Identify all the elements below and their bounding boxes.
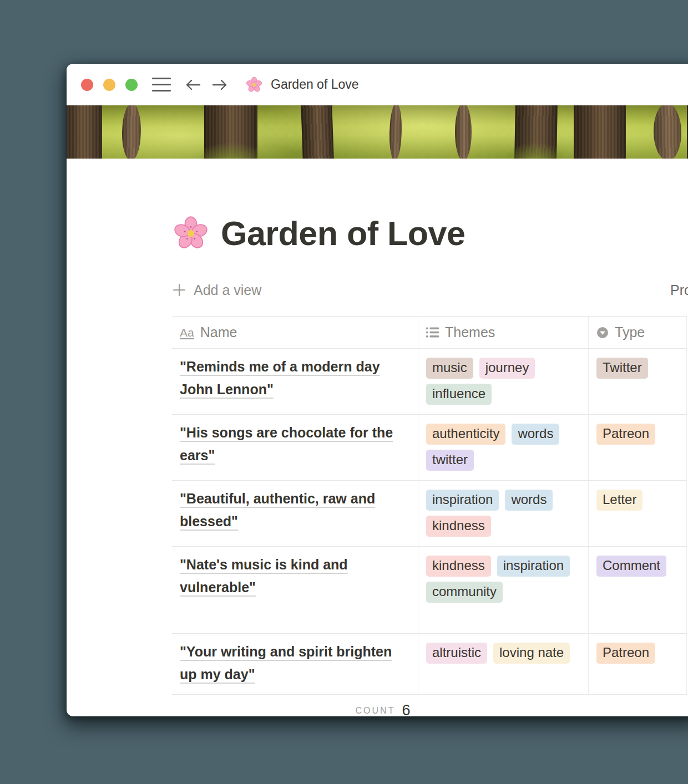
minimize-button[interactable] <box>103 79 115 91</box>
row-title: "Nate's music is kind and vulnerable" <box>180 557 348 595</box>
theme-tag: influence <box>426 384 492 405</box>
theme-tag: inspiration <box>497 556 570 577</box>
database-table: Aa Name Themes Type <box>172 316 687 716</box>
table-row: "Beautiful, authentic, raw and blessed" … <box>172 481 687 547</box>
name-cell[interactable]: "His songs are chocolate for the ears" <box>172 415 418 480</box>
titlebar: Garden of Love <box>67 64 688 105</box>
theme-tag: twitter <box>426 450 474 471</box>
type-tag: Twitter <box>596 358 648 379</box>
traffic-lights <box>81 79 138 91</box>
themes-cell[interactable]: music journey influence <box>418 349 588 414</box>
app-background: { "titlebar": { "emoji": "🌸", "title": "… <box>0 0 688 784</box>
tree-trunk <box>574 105 626 159</box>
table-header: Aa Name Themes Type <box>172 317 687 349</box>
themes-cell[interactable]: kindness inspiration community <box>418 547 588 633</box>
forward-arrow-icon <box>211 77 229 93</box>
count-label[interactable]: COUNT <box>356 706 396 716</box>
theme-tag: words <box>512 424 559 445</box>
table-footer: COUNT 6 <box>67 695 688 716</box>
menu-icon[interactable] <box>152 78 171 92</box>
zoom-button[interactable] <box>125 79 138 91</box>
back-button[interactable] <box>184 77 202 93</box>
type-tag: Letter <box>596 490 643 511</box>
tree-trunk <box>653 105 682 159</box>
column-header-type[interactable]: Type <box>588 317 687 348</box>
name-cell[interactable]: "Your writing and spirit brighten up my … <box>172 634 418 694</box>
cover-image <box>67 105 688 159</box>
type-tag: Patreon <box>596 424 655 445</box>
theme-tag: loving nate <box>493 643 570 664</box>
page-header: Garden of Love <box>172 214 688 253</box>
theme-tag: words <box>505 490 553 511</box>
column-label-themes: Themes <box>445 324 495 340</box>
themes-cell[interactable]: altruistic loving nate <box>418 634 588 694</box>
page-content: Garden of Love Add a view Properties Aa … <box>67 214 688 716</box>
type-tag: Comment <box>596 556 666 577</box>
table-row: "Your writing and spirit brighten up my … <box>172 634 687 695</box>
tree-trunk <box>67 105 102 159</box>
add-view-button[interactable]: Add a view <box>172 282 261 298</box>
table-row: "Reminds me of a modern day John Lennon"… <box>172 349 687 415</box>
table-row: "His songs are chocolate for the ears" a… <box>172 415 687 481</box>
cherry-blossom-icon <box>245 76 263 94</box>
multiselect-property-icon <box>426 327 439 338</box>
row-title: "Beautiful, authentic, raw and blessed" <box>180 491 375 529</box>
tree-trunk <box>122 105 141 159</box>
themes-cell[interactable]: inspiration words kindness <box>418 481 588 546</box>
properties-button[interactable]: Properties <box>670 282 688 298</box>
theme-tag: community <box>426 582 503 603</box>
name-cell[interactable]: "Beautiful, authentic, raw and blessed" <box>172 481 418 546</box>
themes-cell[interactable]: authenticity words twitter <box>418 415 588 480</box>
table-row: "Nate's music is kind and vulnerable" ki… <box>172 547 687 634</box>
theme-tag: altruistic <box>426 643 487 664</box>
theme-tag: kindness <box>426 556 491 577</box>
tree-trunk <box>204 105 257 159</box>
theme-tag: music <box>426 358 473 379</box>
tree-trunk <box>301 105 334 159</box>
close-button[interactable] <box>81 79 93 91</box>
tree-trunk <box>514 105 558 159</box>
theme-tag: journey <box>479 358 535 379</box>
column-header-name[interactable]: Aa Name <box>172 317 418 348</box>
row-title: "Reminds me of a modern day John Lennon" <box>180 359 380 397</box>
type-tag: Patreon <box>596 643 655 664</box>
title-property-icon: Aa <box>180 326 194 339</box>
column-header-themes[interactable]: Themes <box>418 317 588 348</box>
back-arrow-icon <box>184 77 202 93</box>
theme-tag: authenticity <box>426 424 505 445</box>
add-view-label: Add a view <box>194 282 261 298</box>
type-cell[interactable]: Twitter <box>588 349 687 414</box>
plus-icon <box>172 283 186 297</box>
type-cell[interactable]: Patreon <box>588 415 687 480</box>
type-cell[interactable]: Comment <box>588 547 687 633</box>
select-property-icon <box>596 327 609 339</box>
tree-trunk <box>389 105 403 159</box>
name-cell[interactable]: "Nate's music is kind and vulnerable" <box>172 547 418 633</box>
column-label-type: Type <box>615 324 645 340</box>
type-cell[interactable]: Letter <box>588 481 687 546</box>
column-label-name: Name <box>200 324 237 340</box>
app-window: Garden of Love Garden of Love Add <box>67 64 688 716</box>
tree-trunk <box>455 105 472 159</box>
page-emoji-cherry-blossom-icon[interactable] <box>172 215 210 252</box>
view-toolbar: Add a view Properties <box>172 278 688 302</box>
row-title: "His songs are chocolate for the ears" <box>180 425 393 463</box>
type-cell[interactable]: Patreon <box>588 634 687 694</box>
name-cell[interactable]: "Reminds me of a modern day John Lennon" <box>172 349 418 414</box>
titlebar-title[interactable]: Garden of Love <box>271 77 359 92</box>
count-value[interactable]: 6 <box>402 702 410 716</box>
theme-tag: kindness <box>426 516 491 537</box>
page-title[interactable]: Garden of Love <box>221 214 465 253</box>
row-title: "Your writing and spirit brighten up my … <box>180 644 392 682</box>
forward-button[interactable] <box>211 77 229 93</box>
theme-tag: inspiration <box>426 490 499 511</box>
